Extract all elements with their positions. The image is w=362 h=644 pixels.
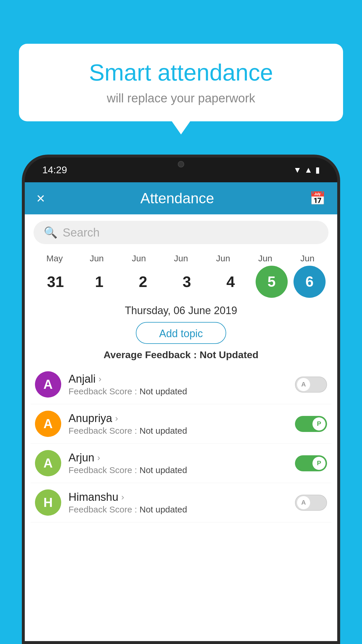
toggle-off[interactable]: A [295, 377, 327, 393]
avatar: A [35, 371, 61, 398]
student-info: Anupriya › Feedback Score : Not updated [68, 412, 288, 436]
student-info: Anjali › Feedback Score : Not updated [68, 373, 288, 396]
chevron-right-icon: › [121, 492, 124, 502]
toggle-knob: P [312, 457, 326, 470]
phone-time: 14:29 [42, 164, 67, 176]
student-info: Himanshu › Feedback Score : Not updated [68, 491, 288, 514]
student-row: A Anupriya › Feedback Score : Not update… [31, 404, 331, 444]
avatar: A [35, 450, 61, 476]
calendar-strip: May Jun Jun Jun Jun Jun Jun 31 1 2 3 4 5… [25, 251, 337, 303]
month-4: Jun [204, 253, 242, 263]
attendance-toggle[interactable]: A [295, 377, 327, 393]
bubble-title: Smart attendance [36, 60, 326, 85]
day-5-selected-green[interactable]: 5 [256, 266, 288, 298]
day-2[interactable]: 2 [124, 273, 162, 290]
student-name[interactable]: Arjun › [68, 452, 288, 464]
search-input[interactable]: Search [63, 226, 100, 239]
month-5: Jun [246, 253, 284, 263]
close-button[interactable]: × [36, 190, 45, 207]
month-3: Jun [162, 253, 200, 263]
attendance-toggle[interactable]: A [295, 495, 327, 511]
student-name[interactable]: Himanshu › [68, 491, 288, 503]
student-name[interactable]: Anjali › [68, 373, 288, 385]
day-4[interactable]: 4 [212, 273, 249, 290]
student-list: A Anjali › Feedback Score : Not updated … [25, 365, 337, 522]
student-feedback: Feedback Score : Not updated [68, 505, 288, 514]
student-feedback: Feedback Score : Not updated [68, 465, 288, 475]
month-2: Jun [120, 253, 158, 263]
toggle-knob: A [297, 378, 310, 391]
toggle-knob: P [312, 417, 326, 430]
toggle-on[interactable]: P [295, 416, 327, 432]
day-1[interactable]: 1 [80, 273, 118, 290]
student-row: H Himanshu › Feedback Score : Not update… [31, 483, 331, 522]
month-6: Jun [289, 253, 326, 263]
student-name[interactable]: Anupriya › [68, 412, 288, 425]
month-1: Jun [78, 253, 116, 263]
student-row: A Anjali › Feedback Score : Not updated … [31, 365, 331, 404]
search-icon: 🔍 [44, 226, 57, 239]
battery-icon: ▮ [315, 165, 320, 175]
bubble-subtitle: will replace your paperwork [36, 91, 326, 105]
student-feedback: Feedback Score : Not updated [68, 426, 288, 436]
avg-feedback-label: Average Feedback : [103, 349, 197, 360]
day-3[interactable]: 3 [168, 273, 206, 290]
signal-icon: ▲ [304, 165, 312, 175]
selected-date-label: Thursday, 06 June 2019 [25, 304, 337, 317]
wifi-icon: ▼ [294, 165, 302, 175]
toggle-on[interactable]: P [295, 455, 327, 471]
attendance-toggle[interactable]: P [295, 416, 327, 432]
day-6-selected-blue[interactable]: 6 [294, 266, 326, 298]
month-0: May [36, 253, 73, 263]
calendar-icon[interactable]: 📅 [310, 191, 326, 206]
student-feedback: Feedback Score : Not updated [68, 386, 288, 396]
search-bar[interactable]: 🔍 Search [34, 221, 328, 244]
phone-notch [164, 158, 198, 171]
phone-camera [178, 161, 184, 167]
day-31[interactable]: 31 [36, 273, 74, 290]
avatar: H [35, 489, 61, 516]
avatar: A [35, 411, 61, 437]
phone-status-bar: 14:29 ▼ ▲ ▮ [25, 158, 337, 182]
app-title: Attendance [140, 190, 214, 207]
chevron-right-icon: › [97, 453, 100, 463]
add-topic-button[interactable]: Add topic [136, 322, 226, 344]
toggle-off[interactable]: A [295, 495, 327, 511]
calendar-months-row: May Jun Jun Jun Jun Jun Jun [31, 253, 331, 263]
avg-feedback-value: Not Updated [200, 349, 259, 360]
avg-feedback: Average Feedback : Not Updated [25, 349, 337, 360]
app-header: × Attendance 📅 [25, 182, 337, 214]
app-screen: × Attendance 📅 🔍 Search May Jun Jun Jun … [25, 182, 337, 641]
student-row: A Arjun › Feedback Score : Not updated P [31, 444, 331, 483]
phone-frame: 14:29 ▼ ▲ ▮ × Attendance 📅 🔍 Search May … [22, 155, 340, 644]
attendance-toggle[interactable]: P [295, 455, 327, 471]
calendar-days-row: 31 1 2 3 4 5 6 [31, 263, 331, 303]
student-info: Arjun › Feedback Score : Not updated [68, 452, 288, 475]
speech-bubble: Smart attendance will replace your paper… [19, 44, 343, 121]
status-icons: ▼ ▲ ▮ [294, 165, 320, 175]
toggle-knob: A [297, 496, 310, 509]
speech-bubble-container: Smart attendance will replace your paper… [19, 44, 343, 121]
chevron-right-icon: › [115, 413, 118, 423]
chevron-right-icon: › [99, 374, 101, 384]
